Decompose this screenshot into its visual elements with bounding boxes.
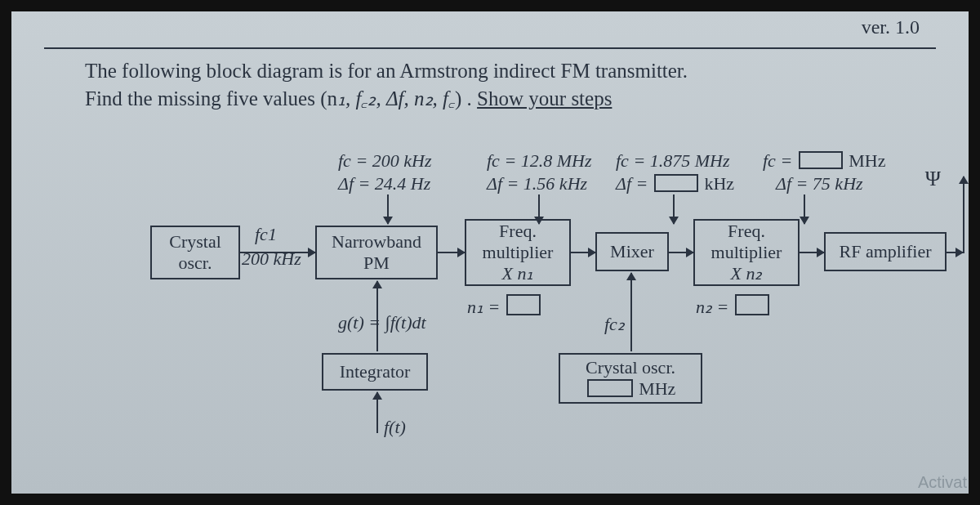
arrow-nbpm-mult1	[438, 252, 465, 253]
crystal-oscr-1: Crystal oscr.	[150, 226, 240, 279]
mult1-b: multiplier	[483, 242, 554, 263]
narrowband-pm: Narrowband PM	[315, 226, 438, 279]
stage4-fc: fc = MHz	[763, 150, 885, 172]
stage2-fc: fc = 12.8 MHz	[487, 150, 592, 172]
arrow-s4-down	[804, 194, 805, 224]
q-vars: ₁, f꜀₂, Δf, n₂, f꜀	[337, 87, 455, 109]
stage2-df: Δf = 1.56 kHz	[487, 173, 587, 194]
arrow-to-antenna	[963, 177, 964, 253]
mult2-c: X n₂	[731, 263, 763, 284]
arrow-mixer-mult2	[669, 252, 693, 253]
integrator: Integrator	[322, 353, 428, 391]
q-line2b: ) .	[455, 87, 477, 109]
stage1-df: Δf = 24.4 Hz	[338, 173, 430, 194]
blank-n1	[506, 294, 541, 315]
mixer: Mixer	[595, 232, 669, 271]
arrow-s3-down	[673, 194, 675, 224]
fc2-label: fc₂	[604, 314, 625, 335]
arrow-mult1-mixer	[571, 252, 595, 253]
stage3-df-unit: kHz	[704, 173, 734, 194]
nbpm-b: PM	[363, 252, 390, 274]
question-text: The following block diagram is for an Ar…	[85, 57, 936, 113]
rfamp-text: RF amplifier	[839, 241, 931, 262]
stage3-fc: fc = 1.875 MHz	[616, 150, 730, 172]
stage4-fc-pre: fc =	[763, 150, 797, 171]
stage1-fc: fc = 200 kHz	[338, 150, 431, 172]
arrow-integ-nbpm	[376, 281, 378, 351]
freq-mult-1: Freq. multiplier X n₁	[465, 219, 571, 286]
ft-label: f(t)	[384, 417, 406, 438]
xtal2-unit: MHz	[639, 378, 675, 399]
integ-text: Integrator	[340, 361, 411, 382]
sheet: ver. 1.0 The following block diagram is …	[11, 11, 969, 494]
n2-row: n₂ =	[696, 294, 771, 318]
mixer-text: Mixer	[610, 241, 654, 262]
xtal2-a: Crystal oscr.	[586, 357, 675, 378]
mult2-b: multiplier	[711, 242, 782, 263]
blank-fc2	[587, 379, 633, 397]
arrow-s1-down	[387, 194, 389, 224]
g-expr: g(t) = ∫f(t)dt	[338, 312, 426, 333]
mult1-c: X n₁	[502, 263, 534, 284]
q-line2a: Find the missing five values (n	[85, 87, 337, 109]
xtal1-b: oscr.	[179, 252, 212, 274]
q-show: Show your steps	[477, 87, 612, 109]
stage3-df-pre: Δf =	[616, 173, 653, 194]
arrow-xtal2-mixer	[630, 273, 632, 351]
xtal1-a: Crystal	[169, 231, 221, 252]
stage3-df: Δf = kHz	[616, 173, 734, 194]
stage4-fc-unit: MHz	[849, 150, 885, 171]
fc1-label: fc1	[255, 224, 277, 245]
blank-df3	[654, 174, 698, 192]
version-label: ver. 1.0	[862, 16, 920, 38]
block-diagram: fc = 200 kHz Δf = 24.4 Hz fc = 12.8 MHz …	[85, 150, 959, 494]
rf-amplifier: RF amplifier	[824, 232, 947, 271]
xtal2-row: MHz	[586, 378, 676, 400]
arrow-rf-out	[947, 252, 963, 253]
crystal-oscr-2: Crystal oscr. MHz	[559, 353, 702, 404]
blank-n2	[735, 294, 769, 315]
top-rule	[44, 47, 936, 49]
nbpm-a: Narrowband	[332, 231, 421, 252]
n1-label: n₁ =	[467, 297, 500, 317]
arrow-xtal-nbpm	[240, 252, 315, 253]
arrow-mult2-rf	[800, 252, 824, 253]
blank-fc4	[799, 151, 843, 169]
q-line1: The following block diagram is for an Ar…	[85, 60, 688, 82]
antenna-icon: Ψ	[925, 167, 941, 191]
mult2-a: Freq.	[728, 221, 765, 242]
page: ver. 1.0 The following block diagram is …	[0, 0, 980, 505]
n1-row: n₁ =	[467, 294, 542, 318]
watermark: Activat	[918, 473, 967, 492]
stage4-df: Δf = 75 kHz	[776, 173, 863, 194]
mult1-a: Freq.	[499, 221, 537, 242]
freq-mult-2: Freq. multiplier X n₂	[693, 219, 800, 286]
n2-label: n₂ =	[696, 297, 728, 317]
